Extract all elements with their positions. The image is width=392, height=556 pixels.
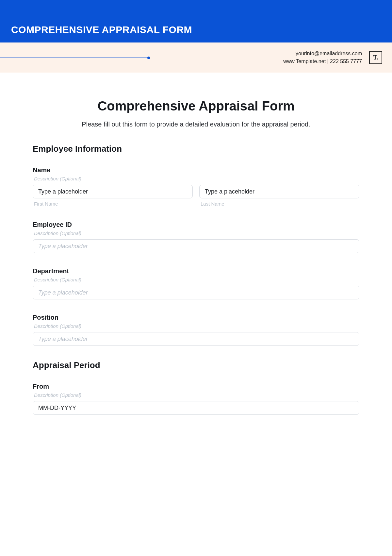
field-position: Position Description (Optional) xyxy=(33,314,359,346)
employee-id-input[interactable] xyxy=(33,239,359,253)
department-hint: Description (Optional) xyxy=(33,277,359,282)
department-label: Department xyxy=(33,267,359,275)
contact-website-phone: www.Template.net | 222 555 7777 xyxy=(283,58,362,65)
from-hint: Description (Optional) xyxy=(33,392,359,398)
logo-icon: T. xyxy=(369,51,382,64)
field-name: Name Description (Optional) First Name L… xyxy=(33,166,359,207)
sub-header-band: yourinfo@emailaddress.com www.Template.n… xyxy=(0,41,392,73)
banner-title: COMPREHENSIVE APPRAISAL FORM xyxy=(11,24,192,35)
first-name-input[interactable] xyxy=(33,185,193,198)
section-employee-title: Employee Information xyxy=(33,144,359,154)
contact-email: yourinfo@emailaddress.com xyxy=(283,50,362,58)
name-label: Name xyxy=(33,166,359,174)
section-period-title: Appraisal Period xyxy=(33,360,359,370)
header-banner: COMPREHENSIVE APPRAISAL FORM xyxy=(0,0,392,41)
form-container: Comprehensive Appraisal Form Please fill… xyxy=(0,73,392,428)
name-hint: Description (Optional) xyxy=(33,176,359,181)
employee-id-label: Employee ID xyxy=(33,221,359,228)
field-employee-id: Employee ID Description (Optional) xyxy=(33,221,359,253)
decorative-line xyxy=(0,58,149,58)
department-input[interactable] xyxy=(33,286,359,299)
contact-info: yourinfo@emailaddress.com www.Template.n… xyxy=(283,50,362,65)
last-name-sublabel: Last Name xyxy=(199,201,359,207)
field-from: From Description (Optional) xyxy=(33,383,359,415)
position-hint: Description (Optional) xyxy=(33,323,359,329)
form-description: Please fill out this form to provide a d… xyxy=(33,121,359,128)
form-title: Comprehensive Appraisal Form xyxy=(33,99,359,113)
field-department: Department Description (Optional) xyxy=(33,267,359,299)
from-date-input[interactable] xyxy=(33,401,359,415)
first-name-sublabel: First Name xyxy=(33,201,193,207)
last-name-input[interactable] xyxy=(199,185,359,198)
position-label: Position xyxy=(33,314,359,321)
employee-id-hint: Description (Optional) xyxy=(33,230,359,236)
position-input[interactable] xyxy=(33,332,359,346)
from-label: From xyxy=(33,383,359,390)
